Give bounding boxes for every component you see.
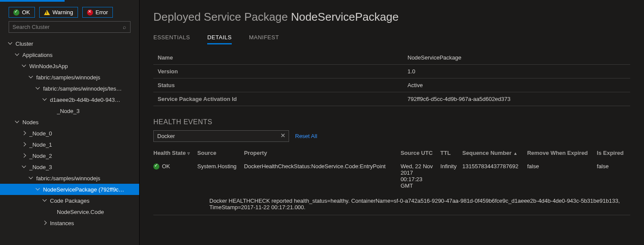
cell-ttl: Infinity xyxy=(440,160,462,192)
ok-icon xyxy=(13,9,19,16)
tree-item[interactable]: _Node_1 xyxy=(0,139,139,150)
cell-is-expired: false xyxy=(597,160,630,192)
chevron-down-icon[interactable] xyxy=(16,53,20,57)
tab-essentials[interactable]: ESSENTIALS xyxy=(153,31,190,44)
ok-icon xyxy=(153,163,159,170)
tree-item[interactable]: d1aeee2b-4d4b-4de0-943… xyxy=(0,94,139,105)
warning-icon xyxy=(44,10,50,15)
property-value: 1.0 xyxy=(403,65,630,79)
nav-tree[interactable]: ClusterApplicationsWinNodeJsAppfabric:/s… xyxy=(0,36,139,245)
property-value: Active xyxy=(403,79,630,92)
chevron-down-icon[interactable] xyxy=(36,86,40,91)
search-row: ⌕ xyxy=(0,21,139,36)
tree-item[interactable]: NodeService.Code xyxy=(0,206,139,217)
filter-error-label: Error xyxy=(96,9,108,16)
chevron-right-icon[interactable] xyxy=(22,154,27,158)
property-value: 792ff9c6-d5cc-4d9b-967a-aa5d602ed373 xyxy=(403,92,630,106)
chevron-down-icon[interactable] xyxy=(36,187,40,192)
page-title-prefix: Deployed Service Package xyxy=(153,10,288,23)
tree-item-label: _Node_0 xyxy=(29,130,52,137)
health-filter-row: OK Warning Error xyxy=(0,2,139,21)
tree-item[interactable]: Code Packages xyxy=(0,195,139,206)
col-source-utc[interactable]: Source UTC xyxy=(401,147,440,160)
health-state-text: OK xyxy=(162,163,170,170)
filter-warning-button[interactable]: Warning xyxy=(39,7,78,18)
col-is-expired[interactable]: Is Expired xyxy=(597,147,630,160)
col-sequence-number[interactable]: Sequence Number▲ xyxy=(462,147,527,160)
tree-item-label: _Node_3 xyxy=(57,108,80,114)
tree-item-label: WinNodeJsApp xyxy=(29,63,68,69)
event-description: Docker HEALTHCHECK reported health_statu… xyxy=(153,192,630,215)
tree-item[interactable]: Cluster xyxy=(0,38,139,49)
col-remove-when-expired[interactable]: Remove When Expired xyxy=(527,147,597,160)
tree-item-label: _Node_1 xyxy=(29,141,52,148)
tree-item[interactable]: Nodes xyxy=(0,116,139,128)
tree-item-label: NodeService.Code xyxy=(57,209,104,215)
sort-asc-icon: ▲ xyxy=(513,151,518,156)
chevron-down-icon[interactable] xyxy=(9,41,13,46)
health-filter-input[interactable] xyxy=(153,130,289,142)
cell-source-utc: Wed, 22 Nov 2017 00:17:23 GMT xyxy=(401,160,440,192)
tree-item-label: NodeServicePackage (792ff9c… xyxy=(43,186,124,193)
tree-item-label: d1aeee2b-4d4b-4de0-943… xyxy=(50,97,120,103)
tree-item-label: Nodes xyxy=(22,119,39,126)
tab-manifest[interactable]: MANIFEST xyxy=(249,31,279,44)
filter-error-button[interactable]: Error xyxy=(82,7,113,18)
property-key: Status xyxy=(153,79,403,92)
property-row: StatusActive xyxy=(153,79,630,92)
filter-ok-button[interactable]: OK xyxy=(9,7,35,18)
tree-item-label: fabric:/samples/winnodejs xyxy=(36,175,100,182)
property-row: Version1.0 xyxy=(153,65,630,79)
tree-item[interactable]: fabric:/samples/winnodejs xyxy=(0,72,139,83)
tree-item[interactable]: WinNodeJsApp xyxy=(0,60,139,72)
tree-item-label: Code Packages xyxy=(50,198,90,204)
property-row: NameNodeServicePackage xyxy=(153,51,630,65)
chevron-right-icon[interactable] xyxy=(43,221,47,225)
chevron-down-icon[interactable] xyxy=(43,198,47,203)
tree-item[interactable]: fabric:/samples/winnodejs xyxy=(0,173,139,184)
chevron-down-icon[interactable] xyxy=(16,120,20,124)
cell-property: DockerHealthCheckStatus:NodeService.Code… xyxy=(244,160,400,192)
cell-source: System.Hosting xyxy=(197,160,244,192)
tab-details[interactable]: DETAILS xyxy=(207,31,232,44)
table-row[interactable]: OKSystem.HostingDockerHealthCheckStatus:… xyxy=(153,160,630,192)
table-row-description: Docker HEALTHCHECK reported health_statu… xyxy=(153,192,630,215)
table-header-row: Health State▿ Source Property Source UTC… xyxy=(153,147,630,160)
chevron-down-icon[interactable] xyxy=(29,176,34,180)
filter-ok-label: OK xyxy=(22,9,30,16)
col-property[interactable]: Property xyxy=(244,147,400,160)
chevron-right-icon[interactable] xyxy=(22,142,27,147)
property-key: Service Package Activation Id xyxy=(153,92,403,106)
col-ttl[interactable]: TTL xyxy=(440,147,462,160)
tree-item[interactable]: _Node_3 xyxy=(0,105,139,116)
main-content: Deployed Service Package NodeServicePack… xyxy=(140,0,644,245)
property-key: Version xyxy=(153,65,403,79)
health-events-header: HEALTH EVENTS xyxy=(153,118,630,126)
property-key: Name xyxy=(153,51,403,65)
chevron-down-icon[interactable] xyxy=(43,97,47,102)
col-source[interactable]: Source xyxy=(197,147,244,160)
filter-icon: ▿ xyxy=(187,151,190,156)
clear-filter-icon[interactable]: ✕ xyxy=(280,132,286,139)
tree-item[interactable]: _Node_3 xyxy=(0,161,139,173)
tree-item[interactable]: _Node_2 xyxy=(0,150,139,161)
tree-item[interactable]: fabric:/samples/winnodejs/tes… xyxy=(0,83,139,94)
filter-warning-label: Warning xyxy=(53,9,73,16)
page-title: Deployed Service Package NodeServicePack… xyxy=(153,10,630,24)
chevron-down-icon[interactable] xyxy=(22,165,27,169)
search-input[interactable] xyxy=(9,21,131,33)
chevron-down-icon[interactable] xyxy=(22,64,27,68)
health-filter-box: ✕ xyxy=(153,130,289,142)
tree-item[interactable]: NodeServicePackage (792ff9c… xyxy=(0,184,139,195)
tree-item[interactable]: _Node_0 xyxy=(0,128,139,139)
tree-item[interactable]: Applications xyxy=(0,49,139,60)
chevron-down-icon[interactable] xyxy=(29,75,34,79)
property-row: Service Package Activation Id792ff9c6-d5… xyxy=(153,92,630,106)
col-health-state[interactable]: Health State▿ xyxy=(153,147,197,160)
tree-item-label: Applications xyxy=(22,52,53,58)
reset-all-link[interactable]: Reset All xyxy=(295,133,317,139)
tree-item-label: _Node_2 xyxy=(29,153,52,159)
tree-item[interactable]: Instances xyxy=(0,217,139,229)
chevron-right-icon[interactable] xyxy=(22,131,27,135)
cell-sequence-number: 131557834437787692 xyxy=(462,160,527,192)
